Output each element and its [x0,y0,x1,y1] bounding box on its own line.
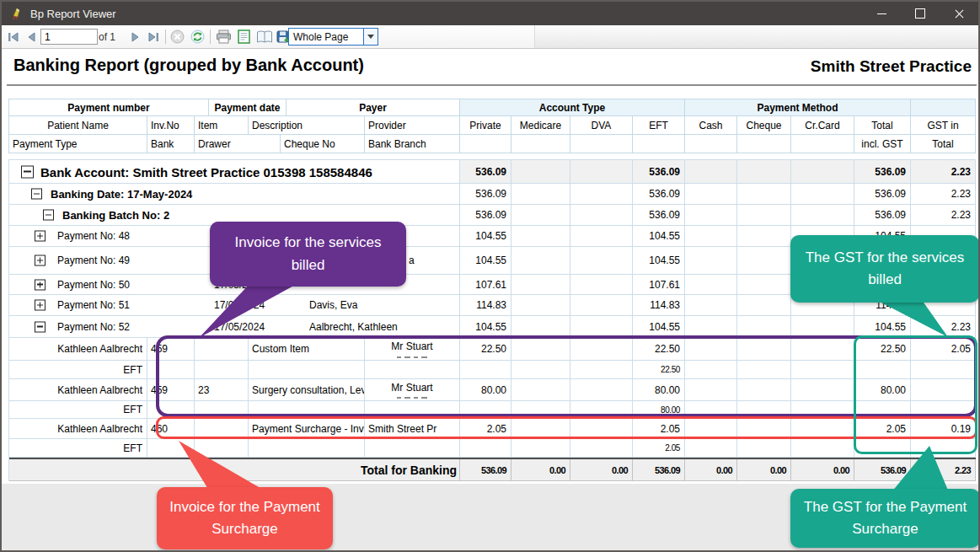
titlebar: Bp Report Viewer [2,2,978,25]
total-crcard: 0.00 [791,459,854,481]
eft-amount: 104.55 [633,316,685,338]
close-button[interactable] [940,2,978,25]
expand-icon[interactable] [35,255,46,266]
cancel-refresh-button[interactable] [169,28,185,46]
minimize-button[interactable] [862,2,901,25]
gst-amount: 2.23 [911,160,976,184]
private-amount: 104.55 [460,226,511,247]
table-header: Payment number Payment date Payer Accoun… [8,99,976,153]
maximize-button[interactable] [901,2,940,25]
total-medicare: 0.00 [511,459,570,481]
payment-type-row: EFT 2.05 [9,439,976,458]
cancel-icon [170,29,185,44]
invoice-number: 459 [147,338,195,361]
invoice-number: 459 [147,379,195,401]
col-header-provider: Provider [365,116,460,135]
payment-label: Payment No: 51 [57,299,130,311]
total-cheque: 0.00 [737,459,791,481]
prev-page-icon [27,32,35,42]
total-total: 536.09 [854,459,911,481]
header-column-row: Patient Name Inv.No Item Description Pro… [9,116,976,135]
expand-icon[interactable] [35,300,46,311]
print-layout-button[interactable] [236,28,252,46]
collapse-icon[interactable] [43,210,54,221]
refresh-button[interactable] [190,28,206,46]
provider-clipped-line [397,397,427,399]
provider: Mr Stuart [391,340,432,352]
gst-amount: 0.19 [911,419,976,439]
private-amount: 22.50 [460,338,511,361]
total-gst: 2.23 [911,459,976,481]
col-group-payment-date: Payment date [209,99,287,116]
total-cash: 0.00 [685,459,737,481]
expand-icon[interactable] [35,279,46,290]
col-header-gst-in: GST in [911,116,976,135]
print-layout-icon [238,29,250,44]
col-subheader-incl-gst: incl. GST [854,135,911,153]
callout-invoice-surcharge: Invoice for the Payment Surcharge [157,487,333,549]
report-toolbar: of 1 Whole Page [2,25,978,49]
page-setup-icon [256,30,273,44]
payment-type: EFT [9,401,147,419]
eft-amount: 22.50 [633,361,685,379]
col-header-total: Total [854,116,911,135]
group-row-banking-date: Banking Date: 17-May-2024 536.09 536.09 … [9,184,976,205]
col-group-account-type: Account Type [460,99,685,116]
private-amount: 114.83 [460,295,511,316]
zoom-select-dropdown-button[interactable] [363,29,378,45]
payment-type: EFT [9,439,147,458]
callout-gst-surcharge: The GST for the Payment Surcharge [790,489,980,548]
col-subheader-gst-total: Total [911,135,976,153]
col-header-cash: Cash [685,116,737,135]
collapse-icon[interactable] [35,321,46,332]
eft-amount: 536.09 [633,205,685,226]
collapse-icon[interactable] [21,165,34,178]
first-page-button[interactable] [6,28,21,46]
total-private: 536.09 [460,459,511,481]
total-amount: 80.00 [854,379,911,401]
private-amount: 104.55 [460,316,511,338]
detail-row-459-item23: Kathleen Aalbrecht 459 23 Surgery consul… [9,379,976,401]
eft-amount: 104.55 [633,247,685,275]
app-icon [10,7,24,20]
invoice-number: 460 [147,419,195,439]
patient-name: Kathleen Aalbrecht [9,419,147,439]
report-viewer-window: Bp Report Viewer of 1 [0,0,980,552]
col-header-inv-no: Inv.No [147,116,195,135]
payment-payer: a [409,255,415,266]
total-label: Total for Banking [361,464,457,477]
expand-icon[interactable] [35,231,46,242]
payment-payer: Aalbrecht, Kathleen [309,321,398,333]
next-page-button[interactable] [129,28,142,46]
eft-amount: 536.09 [633,184,685,205]
col-group-gst [911,99,976,116]
page-setup-button[interactable] [254,28,274,46]
zoom-select[interactable]: Whole Page [288,28,378,46]
payment-date: 17/05/2024 [214,299,265,311]
col-header-private: Private [460,116,511,135]
col-group-payment-method: Payment Method [685,99,911,116]
payment-payer: Davis, Eva [309,299,357,311]
col-subheader-bank-branch: Bank Branch [365,135,460,153]
total-amount: 536.09 [854,160,911,184]
col-header-crcard: Cr.Card [791,116,854,135]
zoom-select-value: Whole Page [289,31,363,43]
toolbar-separator [165,29,166,44]
eft-amount: 22.50 [633,338,685,361]
provider: Smith Street Pr [365,419,460,439]
prev-page-button[interactable] [24,28,38,46]
description: Surgery consultation, Leve [249,379,365,401]
header-sub-row: Payment Type Bank Drawer Cheque No Bank … [9,135,976,153]
maximize-icon [915,8,925,19]
collapse-icon[interactable] [31,189,42,200]
payment-label: Payment No: 50 [57,279,130,291]
total-amount: 536.09 [854,205,911,226]
description: Custom Item [249,338,365,361]
gst-amount: 2.23 [911,316,976,338]
total-amount: 104.55 [854,316,911,338]
total-amount: 2.05 [854,419,911,439]
print-button[interactable] [214,28,233,46]
page-number-input[interactable] [40,29,98,45]
last-page-button[interactable] [146,28,161,46]
group-row-banking-batch: Banking Batch No: 2 536.09 536.09 536.09… [9,205,976,226]
